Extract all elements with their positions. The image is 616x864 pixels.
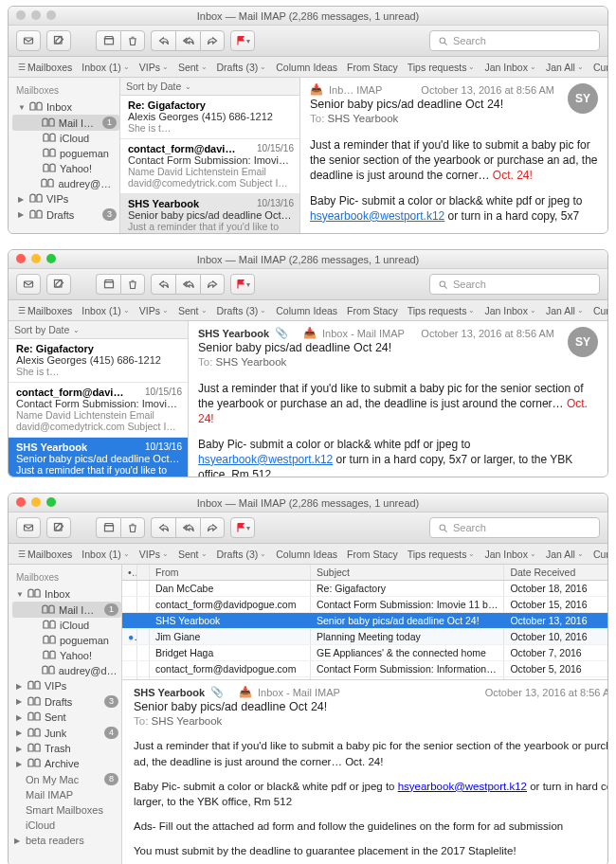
favbar-item[interactable]: Column Ideas <box>272 62 341 73</box>
flag-button[interactable]: ▾ <box>230 517 255 538</box>
compose-button[interactable] <box>46 517 71 538</box>
favbar-item[interactable]: From Stacy <box>343 549 402 560</box>
reply-all-button[interactable] <box>175 30 200 51</box>
message-item[interactable]: Re: GigafactoryAlexis Georges (415) 686-… <box>9 339 188 383</box>
reply-button[interactable] <box>151 30 175 51</box>
favbar-item[interactable]: Jan All⌄ <box>542 62 588 73</box>
favbar-item[interactable]: Tips requests⌄ <box>404 62 480 73</box>
favbar-item[interactable]: Sent⌄ <box>174 62 211 73</box>
favbar-item[interactable]: From Stacy <box>343 305 402 316</box>
sidebar-item[interactable]: ▶Junk4 <box>12 725 121 741</box>
favbar-item[interactable]: Sent⌄ <box>174 305 211 316</box>
email-link[interactable]: hsyearbook@westport.k12 <box>198 453 333 466</box>
favbar-item[interactable]: Jan All⌄ <box>542 549 588 560</box>
table-row[interactable]: SHS YearbookSenior baby pics/ad deadline… <box>122 613 608 629</box>
sidebar-item[interactable]: ▼Inbox <box>12 586 121 602</box>
sidebar-item[interactable]: ▶Drafts3 <box>12 207 119 223</box>
delete-button[interactable] <box>120 274 145 295</box>
sidebar-group[interactable]: ▶beta readers <box>12 833 121 848</box>
favbar-item[interactable]: ☰Mailboxes <box>14 549 76 560</box>
message-item[interactable]: contact_form@davidpogue…10/15/16Contact … <box>9 383 188 438</box>
search-field[interactable]: Search <box>429 30 600 51</box>
titlebar[interactable]: Inbox — Mail IMAP (2,286 messages, 1 unr… <box>9 250 607 269</box>
favbar-item[interactable]: Inbox (1)⌄ <box>78 62 133 73</box>
reply-button[interactable] <box>151 517 175 538</box>
sidebar-item[interactable]: pogueman <box>12 146 119 161</box>
sidebar-item[interactable]: Mail IMAP1 <box>12 602 121 618</box>
sidebar-item[interactable]: ▶Sent <box>12 710 121 725</box>
favbar-item[interactable]: Tips requests⌄ <box>404 549 480 560</box>
sort-header[interactable]: Sort by Date⌄ <box>120 78 299 96</box>
favbar-item[interactable]: ☰Mailboxes <box>14 62 76 73</box>
traffic-lights[interactable] <box>16 497 56 507</box>
favbar-item[interactable]: Column Ideas <box>272 305 341 316</box>
reply-all-button[interactable] <box>175 517 200 538</box>
favbar-item[interactable]: Jan Inbox⌄ <box>480 305 540 316</box>
sidebar-item[interactable]: audrey@davi… <box>12 663 121 678</box>
favbar-item[interactable]: Inbox (1)⌄ <box>78 305 133 316</box>
message-list[interactable]: Sort by Date⌄ Re: GigafactoryAlexis Geor… <box>120 78 300 233</box>
sidebar-item[interactable]: ▶Drafts3 <box>12 693 121 710</box>
favbar-item[interactable]: From Stacy <box>343 62 402 73</box>
favbar-item[interactable]: Jan Inbox⌄ <box>480 549 540 560</box>
sidebar-item[interactable]: audrey@davi… <box>12 176 119 191</box>
sidebar-group[interactable]: iCloud <box>12 818 121 833</box>
message-list[interactable]: Sort by Date⌄ Re: GigafactoryAlexis Geor… <box>9 321 189 477</box>
sidebar-group[interactable]: On My Mac8 <box>12 771 121 787</box>
get-mail-button[interactable] <box>16 30 41 51</box>
favbar-item[interactable]: Column Ideas <box>272 549 341 560</box>
favbar-item[interactable]: Current Column <box>589 549 607 560</box>
traffic-lights[interactable] <box>16 254 56 263</box>
email-link[interactable]: hsyearbook@westport.k12 <box>310 209 444 223</box>
favbar-item[interactable]: Jan Inbox⌄ <box>480 62 540 73</box>
favbar-item[interactable]: VIPs⌄ <box>136 549 172 560</box>
favbar-item[interactable]: Drafts (3)⌄ <box>213 549 271 560</box>
sidebar-item[interactable]: Yahoo! <box>12 161 119 176</box>
favbar-item[interactable]: Drafts (3)⌄ <box>213 305 271 316</box>
delete-button[interactable] <box>120 30 145 51</box>
compose-button[interactable] <box>46 274 71 295</box>
forward-button[interactable] <box>200 274 225 295</box>
traffic-lights[interactable] <box>16 10 56 20</box>
favbar-item[interactable]: Tips requests⌄ <box>404 305 480 316</box>
archive-button[interactable] <box>96 517 120 538</box>
message-item[interactable]: Re: GigafactoryAlexis Georges (415) 686-… <box>120 96 299 139</box>
message-item[interactable]: SHS Yearbook10/13/16Senior baby pics/ad … <box>9 438 188 477</box>
favbar-item[interactable]: VIPs⌄ <box>136 62 172 73</box>
message-item[interactable]: contact_form@davidpogue…10/15/16Contact … <box>120 139 299 194</box>
favbar-item[interactable]: VIPs⌄ <box>136 305 172 316</box>
get-mail-button[interactable] <box>16 274 41 295</box>
sidebar-item[interactable]: ▶Trash <box>12 741 121 756</box>
reply-all-button[interactable] <box>175 274 200 295</box>
favbar-item[interactable]: Inbox (1)⌄ <box>78 549 133 560</box>
sidebar-group[interactable]: Mail IMAP <box>12 787 121 802</box>
table-row[interactable]: contact_form@davidpogue.comContact Form … <box>122 597 608 613</box>
message-item[interactable]: SHS Yearbook10/13/16Senior baby pics/ad … <box>120 194 299 234</box>
col-subject[interactable]: Subject <box>311 565 504 580</box>
reply-button[interactable] <box>151 274 175 295</box>
favbar-item[interactable]: Sent⌄ <box>174 549 211 560</box>
sidebar-group[interactable]: Smart Mailboxes <box>12 802 121 818</box>
table-row[interactable]: Dan McCabeRe: GigafactoryOctober 18, 201… <box>122 581 608 597</box>
favbar-item[interactable]: Current Column <box>589 62 607 73</box>
flag-button[interactable]: ▾ <box>230 30 255 51</box>
table-row[interactable]: contact_form@davidpogue.comContact Form … <box>122 661 608 677</box>
sort-header[interactable]: Sort by Date⌄ <box>9 321 188 339</box>
get-mail-button[interactable] <box>16 517 41 538</box>
sidebar-item[interactable]: Yahoo! <box>12 648 121 663</box>
titlebar[interactable]: Inbox — Mail IMAP (2,286 messages, 1 unr… <box>9 7 607 26</box>
sidebar-item[interactable]: pogueman <box>12 633 121 648</box>
sidebar-item[interactable]: ▶Archive <box>12 756 121 771</box>
forward-button[interactable] <box>200 517 225 538</box>
sidebar-item[interactable]: ▼Inbox <box>12 99 119 115</box>
titlebar[interactable]: Inbox — Mail IMAP (2,286 messages, 1 unr… <box>9 494 607 513</box>
sidebar-item[interactable]: Mail IMAP1 <box>12 115 119 131</box>
search-field[interactable]: Search <box>429 274 600 295</box>
message-table[interactable]: Dan McCabeRe: GigafactoryOctober 18, 201… <box>122 581 608 679</box>
flag-button[interactable]: ▾ <box>230 274 255 295</box>
search-field[interactable]: Search <box>429 517 600 538</box>
sidebar-item[interactable]: iCloud <box>12 131 119 146</box>
table-row[interactable]: ●Jim GianePlanning Meeting todayOctober … <box>122 629 608 645</box>
archive-button[interactable] <box>96 274 120 295</box>
delete-button[interactable] <box>120 517 145 538</box>
